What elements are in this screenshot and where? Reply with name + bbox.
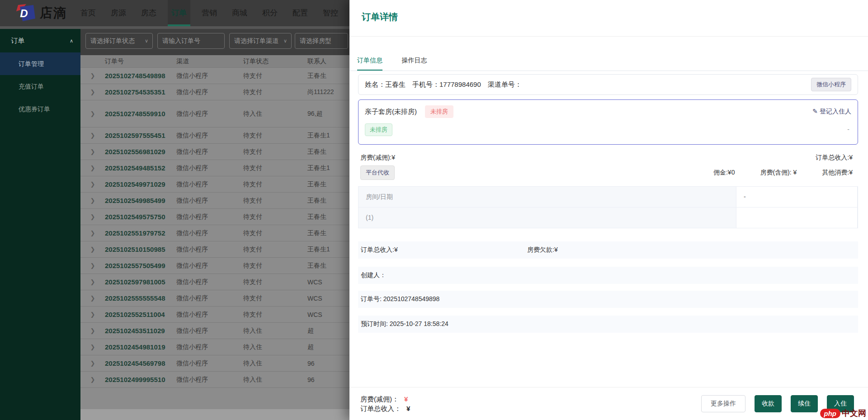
table-row[interactable]: ❯2025102549971029微信小程序待支付王春生 (80, 176, 349, 193)
table-row[interactable]: ❯2025102555555548微信小程序待支付WCS (80, 290, 349, 307)
channel-cell: 微信小程序 (176, 376, 243, 384)
chevron-right-icon[interactable]: ❯ (80, 132, 105, 139)
footer-total-label: 订单总收入： (360, 405, 401, 412)
more-actions-button[interactable]: 更多操作 (701, 395, 745, 412)
channel-cell: 微信小程序 (176, 359, 243, 368)
register-guest-label: 登记入住人 (820, 108, 851, 115)
sidebar-item-订单管理[interactable]: 订单管理 (0, 52, 80, 75)
chevron-right-icon[interactable]: ❯ (80, 344, 105, 350)
sidebar-section-orders[interactable]: 订单 ∧ (0, 29, 80, 52)
chevron-right-icon[interactable]: ❯ (80, 72, 105, 79)
contact-cell: WCS (307, 278, 349, 286)
table-row[interactable]: ❯2025102549485152微信小程序待支付王春生1 (80, 160, 349, 176)
status-cell: 待支付 (243, 278, 307, 286)
chevron-right-icon[interactable]: ❯ (80, 148, 105, 155)
table-row[interactable]: ❯2025102499995510微信小程序待入住96 (80, 372, 349, 388)
order-no-cell: 2025102454981019 (105, 343, 176, 351)
channel-cell: 微信小程序 (176, 343, 243, 351)
guest-info-box: 姓名：王春生 手机号：17778984690 渠道单号： 微信小程序 (358, 74, 858, 95)
app-logo: D 店滴 (15, 4, 67, 22)
table-row[interactable]: ❯2025102557505499微信小程序待支付王春生 (80, 258, 349, 274)
channel-cell: 微信小程序 (176, 72, 243, 80)
tab-order-info[interactable]: 订单信息 (357, 52, 382, 71)
contact-cell: 王春生1 (307, 164, 349, 172)
order-no-cell: 2025102499995510 (105, 376, 176, 383)
nav-item-营销[interactable]: 营销 (198, 0, 221, 26)
summary-income-band: 订单总收入:¥ 房费欠款:¥ (358, 241, 858, 259)
table-row[interactable]: ❯2025102748559910微信小程序待入住96,超 (80, 100, 349, 127)
platform-collect-tag[interactable]: 平台代收 (360, 165, 395, 180)
table-row[interactable]: ❯2025102754535351微信小程序待支付尚111222 (80, 84, 349, 100)
sidebar-item-充值订单[interactable]: 充值订单 (0, 75, 80, 98)
register-guest-link[interactable]: ✎登记入住人 (812, 108, 851, 116)
chevron-right-icon[interactable]: ❯ (80, 165, 105, 171)
tab-operation-log[interactable]: 操作日志 (401, 52, 427, 71)
chevron-right-icon[interactable]: ❯ (80, 110, 105, 117)
chevron-right-icon[interactable]: ❯ (80, 230, 105, 236)
table-row[interactable]: ❯2025102454569798微信小程序待入住96 (80, 355, 349, 372)
order-no-cell: 2025102551979752 (105, 229, 176, 237)
table-row[interactable]: ❯2025102510150985微信小程序待支付王春生1 (80, 241, 349, 258)
chevron-right-icon[interactable]: ❯ (80, 376, 105, 383)
chevron-right-icon[interactable]: ❯ (80, 360, 105, 367)
chevron-right-icon[interactable]: ❯ (80, 327, 105, 334)
php-logo: php (820, 409, 841, 418)
chevron-right-icon[interactable]: ❯ (80, 246, 105, 253)
chevron-right-icon[interactable]: ❯ (80, 181, 105, 188)
summary-creator-band: 创建人： (358, 267, 858, 284)
contact-cell: 王春生 (307, 180, 349, 189)
status-cell: 待支付 (243, 197, 307, 205)
chevron-right-icon[interactable]: ❯ (80, 197, 105, 204)
title-divider (349, 36, 868, 37)
summary-arrears: 房费欠款:¥ (527, 246, 558, 254)
collect-payment-button[interactable]: 收款 (755, 395, 782, 412)
nav-item-订单[interactable]: 订单 (168, 0, 190, 26)
table-row[interactable]: ❯2025102556981029微信小程序待支付王春生 (80, 144, 349, 160)
room-type-text: 亲子套房(未排房) (365, 108, 417, 116)
nav-item-智控[interactable]: 智控 (319, 0, 342, 26)
col-header-order-no: 订单号 (105, 57, 176, 66)
chevron-right-icon[interactable]: ❯ (80, 295, 105, 302)
table-row[interactable]: ❯2025102597981005微信小程序待支付WCS (80, 274, 349, 290)
chevron-right-icon[interactable]: ❯ (80, 213, 105, 220)
nav-item-房态[interactable]: 房态 (137, 0, 160, 26)
chevron-right-icon[interactable]: ❯ (80, 262, 105, 269)
pagination-bar[interactable] (80, 409, 349, 420)
sidebar-item-优惠券订单[interactable]: 优惠券订单 (0, 98, 80, 120)
channel-cell: 微信小程序 (176, 245, 243, 254)
table-row[interactable]: ❯2025102453511029微信小程序待入住超 (80, 323, 349, 339)
nav-item-积分[interactable]: 积分 (259, 0, 281, 26)
table-row[interactable]: ❯2025102551979752微信小程序待支付王春生 (80, 225, 349, 241)
table-row[interactable]: ❯2025102748549898微信小程序待支付王春生 (80, 68, 349, 84)
unassigned-green-tag[interactable]: 未排房 (365, 123, 392, 136)
nav-item-配置[interactable]: 配置 (289, 0, 311, 26)
table-row[interactable]: ❯2025102597555451微信小程序待支付王春生1 (80, 127, 349, 144)
order-no-cell: 2025102510150985 (105, 245, 176, 253)
nav-item-房源[interactable]: 房源 (107, 0, 130, 26)
chevron-right-icon[interactable]: ❯ (80, 89, 105, 95)
room-type-select[interactable]: 请选择房型 (295, 33, 348, 49)
nav-item-商城[interactable]: 商城 (228, 0, 251, 26)
order-no-input[interactable]: 请输入订单号 (157, 33, 225, 49)
table-row[interactable]: ❯2025102549575750微信小程序待支付王春生 (80, 209, 349, 225)
channel-tag[interactable]: 微信小程序 (811, 78, 851, 91)
table-row[interactable]: ❯2025102549985499微信小程序待支付王春生 (80, 193, 349, 209)
chevron-right-icon[interactable]: ❯ (80, 311, 105, 318)
chevron-right-icon[interactable]: ❯ (80, 278, 105, 285)
status-cell: 待支付 (243, 213, 307, 221)
order-no-placeholder: 请输入订单号 (162, 37, 200, 44)
channel-cell: 微信小程序 (176, 148, 243, 156)
table-row[interactable]: ❯2025102454981019微信小程序待入住超 (80, 339, 349, 355)
status-cell: 待支付 (243, 148, 307, 156)
unassigned-red-tag: 未排房 (425, 105, 453, 118)
order-channel-select[interactable]: 请选择订单渠道 ∨ (229, 33, 292, 49)
status-cell: 待支付 (243, 311, 307, 319)
order-no-cell: 2025102748549898 (105, 72, 176, 80)
room-section-box: 亲子套房(未排房) 未排房 ✎登记入住人 未排房 - (358, 99, 858, 145)
order-no-cell: 2025102549985499 (105, 197, 176, 204)
extend-stay-button[interactable]: 续住 (791, 395, 818, 412)
nav-item-首页[interactable]: 首页 (77, 0, 99, 26)
table-row[interactable]: ❯2025102552511004微信小程序待支付WCS (80, 307, 349, 323)
order-status-select[interactable]: 请选择订单状态 ∨ (85, 33, 153, 49)
status-cell: 待支付 (243, 132, 307, 140)
